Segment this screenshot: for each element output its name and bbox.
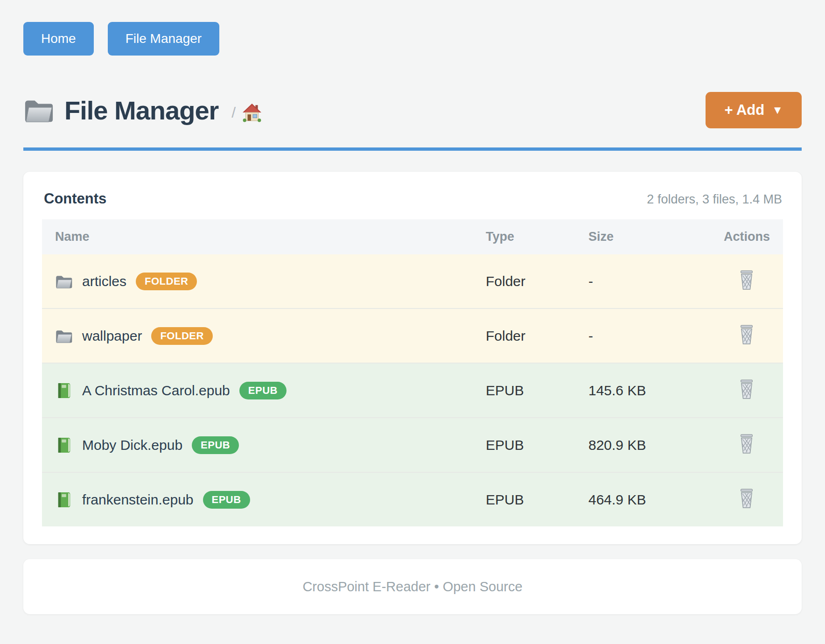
book-icon xyxy=(55,437,73,454)
contents-title: Contents xyxy=(44,190,106,207)
folder-badge: FOLDER xyxy=(151,327,212,345)
file-name-link[interactable]: wallpaper xyxy=(82,328,142,344)
trash-icon xyxy=(738,489,755,508)
page-header: File Manager / + Add ▼ xyxy=(23,92,802,128)
contents-card-header: Contents 2 folders, 3 files, 1.4 MB xyxy=(42,190,783,219)
folder-badge: FOLDER xyxy=(136,273,197,290)
column-header-type: Type xyxy=(473,219,575,254)
delete-button[interactable] xyxy=(737,433,756,455)
trash-icon xyxy=(738,379,755,399)
file-table: Name Type Size Actions articles FOLDER xyxy=(42,219,783,526)
file-type: EPUB xyxy=(473,472,575,526)
table-row: Moby Dick.epub EPUB EPUB 820.9 KB xyxy=(42,418,783,472)
table-row: frankenstein.epub EPUB EPUB 464.9 KB xyxy=(42,472,783,526)
file-type: EPUB xyxy=(473,418,575,472)
epub-badge: EPUB xyxy=(192,436,239,454)
file-size: - xyxy=(575,254,711,308)
top-navigation: Home File Manager xyxy=(23,22,802,56)
file-size: 820.9 KB xyxy=(575,418,711,472)
table-header-row: Name Type Size Actions xyxy=(42,219,783,254)
page-title: File Manager xyxy=(64,95,218,126)
trash-icon xyxy=(738,270,755,290)
column-header-size: Size xyxy=(575,219,711,254)
file-type: Folder xyxy=(473,254,575,308)
add-button-label: + Add xyxy=(724,102,764,119)
folder-icon xyxy=(55,273,73,290)
file-type: EPUB xyxy=(473,363,575,418)
epub-badge: EPUB xyxy=(203,491,250,509)
file-type: Folder xyxy=(473,308,575,363)
trash-icon xyxy=(738,434,755,454)
delete-button[interactable] xyxy=(737,269,756,291)
delete-button[interactable] xyxy=(737,488,756,509)
house-icon[interactable] xyxy=(242,103,262,123)
file-name-link[interactable]: frankenstein.epub xyxy=(82,492,194,508)
footer-text: CrossPoint E-Reader • Open Source xyxy=(302,579,522,595)
contents-card: Contents 2 folders, 3 files, 1.4 MB Name… xyxy=(23,172,802,544)
book-icon xyxy=(55,491,73,508)
file-name-link[interactable]: articles xyxy=(82,273,126,289)
file-size: 464.9 KB xyxy=(575,472,711,526)
file-name-link[interactable]: Moby Dick.epub xyxy=(82,437,182,453)
title-group: File Manager / xyxy=(23,95,262,126)
book-icon xyxy=(55,382,73,399)
epub-badge: EPUB xyxy=(239,382,287,399)
folder-icon xyxy=(23,97,54,124)
chevron-down-icon: ▼ xyxy=(772,104,783,117)
column-header-actions: Actions xyxy=(711,219,783,254)
delete-button[interactable] xyxy=(737,324,756,345)
header-divider xyxy=(23,147,802,151)
file-size: - xyxy=(575,308,711,363)
column-header-name: Name xyxy=(42,219,473,254)
footer: CrossPoint E-Reader • Open Source xyxy=(23,559,802,614)
file-size: 145.6 KB xyxy=(575,363,711,418)
breadcrumb-separator: / xyxy=(231,104,236,121)
add-button[interactable]: + Add ▼ xyxy=(706,92,802,128)
trash-icon xyxy=(738,325,755,344)
folder-icon xyxy=(55,328,73,344)
nav-file-manager-button[interactable]: File Manager xyxy=(108,22,219,56)
file-manager-page: Home File Manager File Manager / + Add ▼… xyxy=(0,0,825,644)
file-name-link[interactable]: A Christmas Carol.epub xyxy=(82,383,230,399)
nav-home-button[interactable]: Home xyxy=(23,22,94,56)
table-row: articles FOLDER Folder - xyxy=(42,254,783,308)
contents-summary: 2 folders, 3 files, 1.4 MB xyxy=(647,192,782,207)
table-row: A Christmas Carol.epub EPUB EPUB 145.6 K… xyxy=(42,363,783,418)
delete-button[interactable] xyxy=(737,378,756,400)
table-row: wallpaper FOLDER Folder - xyxy=(42,308,783,363)
